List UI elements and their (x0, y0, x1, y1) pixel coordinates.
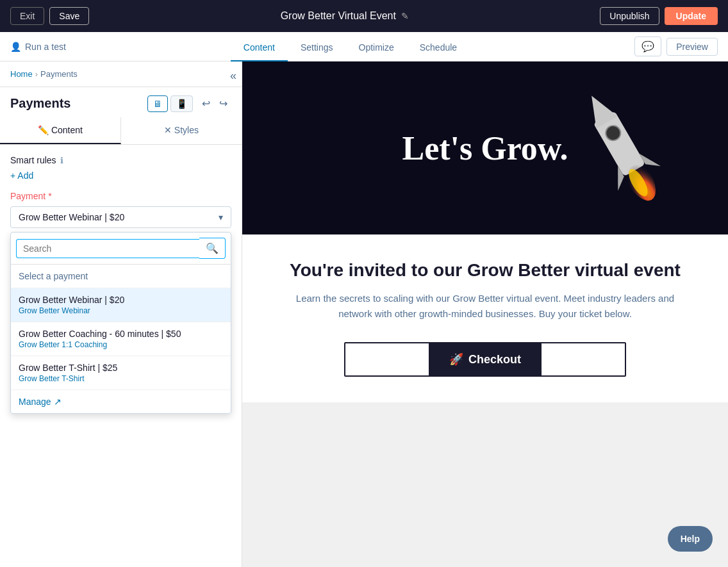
add-rule-row[interactable]: + Add (0, 170, 242, 191)
top-navigation: Exit Save Grow Better Virtual Event ✎ Un… (0, 0, 728, 32)
manage-link[interactable]: Manage ↗ (11, 390, 231, 413)
tab-sidebar-styles[interactable]: ✕ Styles (121, 117, 242, 144)
checkout-label: Checkout (468, 353, 521, 366)
help-button[interactable]: Help (668, 526, 713, 552)
unpublish-button[interactable]: Unpublish (600, 7, 659, 25)
preview-content: You're invited to our Grow Better virtua… (242, 234, 728, 402)
undo-button[interactable]: ↩ (198, 95, 214, 112)
hero-rocket-visual (561, 74, 690, 234)
breadcrumb-home[interactable]: Home (10, 69, 33, 79)
menu-item-tshirt[interactable]: Grow Better T-Shirt | $25 Grow Better T-… (11, 356, 231, 390)
breadcrumb-current: Payments (40, 69, 78, 79)
exit-button[interactable]: Exit (10, 7, 44, 25)
payment-dropdown-wrapper: Grow Better Webinar | $20 ▾ 🔍 Select a p… (10, 206, 231, 228)
menu-item-placeholder[interactable]: Select a payment (11, 265, 231, 288)
breadcrumb: Home › Payments (10, 69, 78, 79)
chat-button[interactable]: 💬 (634, 37, 661, 56)
manage-label: Manage (19, 397, 51, 407)
sidebar-title-row: Payments 🖥 📱 ↩ ↪ (0, 87, 242, 117)
redo-button[interactable]: ↪ (215, 95, 231, 112)
preview-button[interactable]: Preview (666, 38, 718, 56)
smart-rules-label: Smart rules (10, 155, 56, 165)
run-test-icon: 👤 (10, 42, 21, 52)
menu-item-webinar[interactable]: Grow Better Webinar | $20 Grow Better We… (11, 288, 231, 322)
tab-settings[interactable]: Settings (288, 35, 346, 62)
sidebar-breadcrumb-row: Home › Payments « (0, 62, 242, 87)
search-box: 🔍 (11, 233, 231, 265)
collapse-sidebar-button[interactable]: « (230, 69, 236, 83)
page-title: Grow Better Virtual Event (281, 10, 396, 22)
smart-rules-info-icon[interactable]: ℹ (60, 156, 63, 165)
checkout-button[interactable]: 🚀 Checkout (429, 343, 542, 375)
page-title-area: Grow Better Virtual Event ✎ (281, 10, 409, 22)
mobile-view-button[interactable]: 📱 (170, 95, 193, 112)
search-input[interactable] (16, 239, 199, 258)
styles-tab-icon: ✕ (164, 125, 172, 135)
payment-dropdown[interactable]: Grow Better Webinar | $20 ▾ (10, 206, 231, 228)
checkout-wrapper: 🚀 Checkout (268, 342, 702, 377)
sidebar-title: Payments (10, 96, 71, 111)
hero-title: Let's Grow. (402, 129, 568, 167)
tab-schedule[interactable]: Schedule (407, 35, 470, 62)
title-row-actions: 🖥 📱 ↩ ↪ (147, 95, 231, 112)
manage-external-icon: ↗ (54, 397, 62, 407)
edit-title-icon[interactable]: ✎ (401, 11, 409, 21)
checkout-rocket-icon: 🚀 (449, 352, 463, 366)
tab-content[interactable]: Content (231, 35, 288, 62)
dropdown-arrow-icon: ▾ (219, 212, 223, 222)
top-nav-left: Exit Save (10, 7, 89, 25)
undo-redo-controls: ↩ ↪ (198, 95, 231, 112)
sidebar: Home › Payments « Payments 🖥 📱 ↩ ↪ (0, 62, 242, 567)
menu-item-tshirt-subtitle: Grow Better T-Shirt (19, 374, 223, 383)
preview-heading: You're invited to our Grow Better virtua… (268, 260, 702, 281)
menu-placeholder-text: Select a payment (19, 271, 88, 281)
search-button[interactable]: 🔍 (199, 238, 226, 259)
secondary-navigation: 👤 Run a test Content Settings Optimize S… (0, 32, 728, 62)
run-test-link[interactable]: 👤 Run a test (10, 42, 66, 52)
update-button[interactable]: Update (665, 7, 718, 25)
selected-payment-text: Grow Better Webinar | $20 (19, 212, 124, 222)
checkout-bar: 🚀 Checkout (344, 342, 626, 377)
checkout-right-area (542, 343, 625, 375)
add-rule-label: + Add (10, 170, 33, 181)
preview-text: Learn the secrets to scaling with our Gr… (293, 291, 677, 322)
top-nav-right: Unpublish Update (600, 7, 718, 25)
payment-field-label: Payment * (0, 191, 242, 206)
menu-item-coaching-subtitle: Grow Better 1:1 Coaching (19, 340, 223, 349)
device-buttons: 🖥 📱 (147, 95, 193, 112)
nav-actions-right: 💬 Preview (634, 37, 718, 56)
sidebar-tabs: ✏️ Content ✕ Styles (0, 117, 242, 145)
save-button[interactable]: Save (49, 7, 89, 25)
menu-item-webinar-subtitle: Grow Better Webinar (19, 306, 223, 315)
main-tabs: Content Settings Optimize Schedule (231, 32, 470, 62)
tab-optimize[interactable]: Optimize (346, 35, 407, 62)
checkout-left-area (345, 343, 429, 375)
preview-hero: Let's Grow. (242, 62, 728, 234)
desktop-view-button[interactable]: 🖥 (147, 95, 168, 112)
menu-item-tshirt-title: Grow Better T-Shirt | $25 (19, 363, 223, 373)
menu-item-coaching-title: Grow Better Coaching - 60 minutes | $50 (19, 329, 223, 339)
search-icon: 🔍 (206, 243, 219, 254)
run-test-label: Run a test (25, 42, 66, 52)
breadcrumb-separator: › (35, 69, 38, 79)
smart-rules-row: Smart rules ℹ (0, 145, 242, 170)
content-tab-icon: ✏️ (38, 125, 49, 135)
required-marker: * (46, 191, 51, 201)
tab-sidebar-content[interactable]: ✏️ Content (0, 117, 121, 144)
payment-label-text: Payment (10, 191, 46, 201)
main-layout: Home › Payments « Payments 🖥 📱 ↩ ↪ (0, 62, 728, 567)
menu-item-coaching[interactable]: Grow Better Coaching - 60 minutes | $50 … (11, 322, 231, 356)
menu-item-webinar-title: Grow Better Webinar | $20 (19, 295, 223, 305)
payment-dropdown-menu: 🔍 Select a payment Grow Better Webinar |… (10, 232, 231, 414)
preview-area: Let's Grow. (242, 62, 728, 567)
